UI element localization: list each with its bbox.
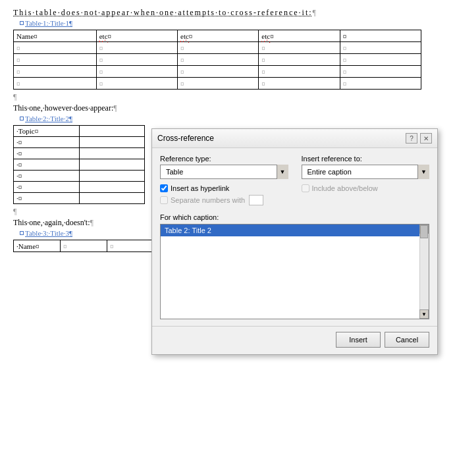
table1-caption: Table·1:·Title·1¶ <box>20 19 442 27</box>
left-checkboxes: Insert as hyperlink Separate numbers wit… <box>160 184 288 208</box>
caption-scrollbar[interactable]: ▲ ▼ <box>419 225 429 319</box>
table1: Name¤ etc¤ etc¤ etc¤ ¤ ¤ ¤ ¤ ¤ ¤ ¤ ¤ ¤ ¤… <box>13 30 421 90</box>
document-area: This·table·does·not·appear·when·one·atte… <box>0 0 455 476</box>
ref-type-label: Reference type: <box>160 155 288 163</box>
scrollbar-down-button[interactable]: ▼ <box>419 309 429 319</box>
dialog-footer: Insert Cancel <box>152 326 437 354</box>
caption-list-item[interactable]: Table 2: Title 2 <box>161 225 419 236</box>
scrollbar-thumb[interactable] <box>420 225 428 238</box>
include-above-row: Include above/below <box>302 184 430 192</box>
right-checkboxes: Include above/below <box>302 184 430 195</box>
include-above-checkbox[interactable] <box>302 184 309 192</box>
doc-line-1: This·table·does·not·appear·when·one·atte… <box>13 8 442 18</box>
include-above-label: Include above/below <box>312 184 378 192</box>
ref-type-select-wrapper: Table ▼ <box>160 165 288 179</box>
hyperlink-label: Insert as hyperlink <box>171 184 229 192</box>
caption-list: Table 2: Title 2 <box>161 225 419 236</box>
insert-ref-label: Insert reference to: <box>302 155 430 163</box>
hyperlink-row: Insert as hyperlink <box>160 184 288 192</box>
table2-caption: Table·2:·Title·2¶ <box>20 115 442 122</box>
dialog-title: Cross-reference <box>157 134 214 143</box>
caption-list-area: Table 2: Title 2 ▲ ▼ <box>160 224 429 319</box>
checkboxes-row: Insert as hyperlink Separate numbers wit… <box>160 184 429 208</box>
dialog-help-button[interactable]: ? <box>406 133 417 144</box>
sep-numbers-label: Separate numbers with <box>171 196 245 204</box>
hyperlink-checkbox[interactable] <box>160 184 168 192</box>
doc-line-2: This·one,·however·does·appear:¶ <box>13 103 442 113</box>
dialog-close-button[interactable]: ✕ <box>420 133 432 144</box>
sep-numbers-input[interactable] <box>249 195 263 205</box>
dialog-body: Reference type: Table ▼ Insert reference… <box>152 148 437 326</box>
insert-ref-select[interactable]: Entire caption <box>302 165 430 179</box>
ref-type-col: Reference type: Table ▼ <box>160 155 288 179</box>
ref-type-select[interactable]: Table <box>160 165 288 179</box>
cross-reference-dialog: Cross-reference ? ✕ Reference type: Tabl… <box>151 128 438 355</box>
insert-ref-col: Insert reference to: Entire caption ▼ <box>302 155 430 179</box>
dialog-title-controls: ? ✕ <box>406 133 432 144</box>
dialog-top-row: Reference type: Table ▼ Insert reference… <box>160 155 429 179</box>
insert-button[interactable]: Insert <box>336 332 381 348</box>
sep-numbers-checkbox[interactable] <box>160 196 168 204</box>
insert-ref-select-wrapper: Entire caption ▼ <box>302 165 430 179</box>
para-mark-1: ¶ <box>13 92 442 102</box>
cancel-button[interactable]: Cancel <box>385 332 429 348</box>
dialog-titlebar: Cross-reference ? ✕ <box>152 129 437 148</box>
sep-numbers-row: Separate numbers with <box>160 195 288 205</box>
table2: ·Topic¤ ·¤ ·¤ ·¤ ·¤ ·¤ ·¤ <box>13 125 145 204</box>
caption-label: For which caption: <box>160 213 429 221</box>
